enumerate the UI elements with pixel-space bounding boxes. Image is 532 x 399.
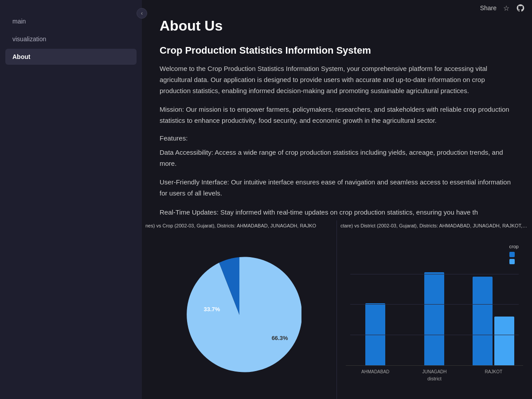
bar-label-ahmadabad: AHMADABAD [350,369,400,374]
sidebar-toggle-button[interactable]: ‹ [137,8,147,19]
bar-chart-area: crop [346,239,523,366]
pie-label-663: 66.3% [272,335,288,341]
bar-group-ahmadabad [350,303,400,365]
paragraph-2: Mission: Our mission is to empower farme… [160,104,514,126]
pie-chart: 33.7% 66.3% [177,253,301,377]
bar-chart-section: crop AHMADABAD JUNAGADH RAJKOT district [337,231,532,399]
legend-color-1 [509,252,515,257]
viz-strip: 33.7% 66.3% [142,231,532,399]
page-title: About Us [160,18,514,34]
sidebar-item-main[interactable]: main [5,13,137,29]
sidebar-item-about[interactable]: About [5,49,137,65]
bar-group-rajkot [469,277,519,365]
sidebar-item-visualization[interactable]: visualization [5,31,137,47]
bar-label-junagadh: JUNAGADH [409,369,459,374]
sidebar: ‹ main visualization About [0,0,142,399]
bar-rajkot-2 [494,317,514,365]
feature-1: Data Accessibility: Access a wide range … [160,147,514,169]
sidebar-nav: main visualization About [0,4,142,65]
bar-junagadh-1 [424,272,444,365]
paragraph-1: Welcome to the Crop Production Statistic… [160,63,514,96]
x-axis-title: district [346,376,523,381]
feature-3: Real-Time Updates: Stay informed with re… [160,207,514,218]
bar-ahmadabad-1 [365,303,385,365]
legend-item-2 [509,259,519,264]
bar-label-rajkot: RAJKOT [469,369,519,374]
github-icon[interactable] [516,4,525,12]
legend-title: crop [509,244,519,249]
section-title: Crop Production Statistics Informtion Sy… [160,45,514,56]
chart-legend: crop [509,244,519,264]
features-label: Features: [160,134,514,142]
bar-axis-labels: AHMADABAD JUNAGADH RAJKOT [346,366,523,374]
share-button[interactable]: Share [480,4,497,12]
feature-2: User-Friendly Interface: Our intuitive i… [160,177,514,199]
pie-chart-section: 33.7% 66.3% [142,231,337,399]
bar-group-junagadh [409,272,459,365]
pie-label-337: 33.7% [204,306,220,313]
legend-color-2 [509,259,515,264]
bar-rajkot-1 [473,277,493,365]
star-icon[interactable]: ☆ [502,4,511,12]
topbar: Share ☆ [473,0,532,16]
legend-item-1 [509,252,519,257]
